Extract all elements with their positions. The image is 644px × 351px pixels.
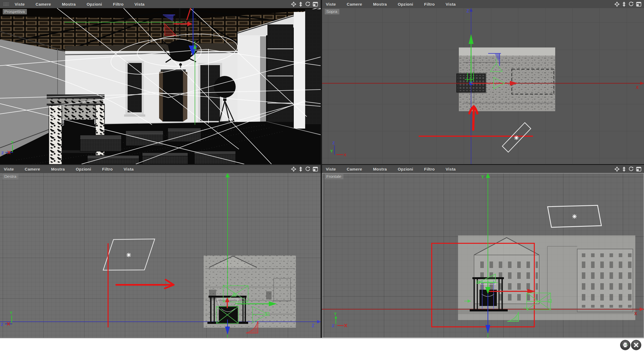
menu-viste[interactable]: Viste — [326, 2, 336, 7]
red-annotation-arrow-up — [469, 106, 477, 130]
scene-prospettiva: Y Z — [0, 8, 321, 164]
svg-text:Z: Z — [332, 323, 334, 328]
rotate-icon[interactable] — [305, 167, 310, 172]
door-back-center — [159, 69, 187, 122]
menu-filtro[interactable]: Filtro — [102, 167, 113, 171]
zoom-icon[interactable] — [622, 167, 626, 172]
close-button[interactable] — [631, 340, 641, 350]
svg-text:Y: Y — [11, 140, 14, 145]
canvas-frontale[interactable]: Frontale — [322, 173, 644, 338]
scene-destra: Z — [0, 173, 321, 338]
menu-filtro[interactable]: Filtro — [424, 167, 435, 171]
menu-mostra[interactable]: Mostra — [373, 2, 387, 7]
red-annotation-arrow-right — [116, 280, 174, 288]
menu-camere[interactable]: Camere — [347, 2, 362, 7]
maximize-icon[interactable] — [636, 2, 641, 7]
pan-icon[interactable] — [291, 167, 296, 172]
rotate-icon[interactable] — [305, 2, 310, 7]
section-image — [204, 256, 296, 328]
maximize-icon[interactable] — [313, 167, 318, 171]
svg-text:Z: Z — [1, 151, 4, 155]
pan-icon[interactable] — [291, 2, 296, 7]
viewport-label-sopra: Sopra — [325, 9, 339, 14]
viewport-sopra: Viste Camere Mostra Opzioni Filtro Vista… — [322, 0, 644, 164]
view-axis-gizmo: Y Z — [332, 311, 347, 328]
panel-grip-icon[interactable] — [3, 2, 9, 6]
print-button[interactable] — [620, 340, 630, 350]
menu-camere[interactable]: Camere — [36, 2, 51, 7]
view-axis-gizmo: Z Y X — [330, 141, 346, 157]
viewport-frontale: Viste Camere Mostra Opzioni Filtro Vista… — [322, 165, 644, 338]
menu-camere[interactable]: Camere — [347, 167, 362, 171]
close-icon — [634, 343, 639, 347]
menu-bar-destra: Viste Camere Mostra Opzioni Filtro Vista — [0, 165, 321, 173]
menu-vista[interactable]: Vista — [446, 2, 456, 7]
svg-text:Y: Y — [10, 310, 12, 315]
window-back-left — [124, 61, 145, 117]
rotate-icon[interactable] — [629, 2, 634, 7]
menu-bar-prospettiva: Viste Camere Mostra Opzioni Filtro Vista — [0, 0, 321, 8]
pan-icon[interactable] — [614, 167, 620, 172]
viewport-prospettiva: Viste Camere Mostra Opzioni Filtro Vista… — [0, 0, 321, 164]
menu-vista[interactable]: Vista — [446, 167, 456, 171]
canvas-prospettiva[interactable]: Prospettiva — [0, 8, 321, 164]
menu-bar-sopra: Viste Camere Mostra Opzioni Filtro Vista — [322, 0, 644, 8]
menu-filtro[interactable]: Filtro — [113, 2, 124, 7]
viewport-splitter-vertical[interactable] — [321, 0, 322, 338]
svg-text:Y: Y — [481, 175, 484, 179]
menu-viste[interactable]: Viste — [4, 167, 14, 171]
zoom-icon[interactable] — [299, 167, 303, 172]
menu-vista[interactable]: Vista — [124, 167, 134, 171]
zoom-icon[interactable] — [299, 2, 303, 7]
viewport-label-destra: Destra — [3, 174, 18, 179]
viewport-splitter-horizontal[interactable] — [0, 164, 644, 165]
menu-opzioni[interactable]: Opzioni — [398, 2, 413, 7]
menu-mostra[interactable]: Mostra — [51, 167, 65, 171]
menu-opzioni[interactable]: Opzioni — [87, 2, 102, 7]
menu-viste[interactable]: Viste — [326, 167, 336, 171]
maximize-icon[interactable] — [313, 2, 318, 7]
canvas-destra[interactable]: Destra — [0, 173, 321, 338]
rotate-icon[interactable] — [629, 167, 634, 172]
viewport-label-frontale: Frontale — [325, 174, 343, 179]
maximize-icon[interactable] — [636, 167, 641, 171]
pan-icon[interactable] — [614, 2, 620, 7]
view-axis-gizmo: Y Z — [1, 310, 12, 327]
svg-text:Y: Y — [330, 149, 333, 153]
viewport-label-prospettiva: Prospettiva — [3, 9, 27, 14]
svg-text:Z: Z — [466, 9, 469, 13]
svg-text:Z: Z — [1, 322, 3, 327]
scene-frontale: Y X — [322, 173, 644, 338]
menu-camere[interactable]: Camere — [25, 167, 40, 171]
application-window: Viste Camere Mostra Opzioni Filtro Vista… — [0, 0, 644, 351]
selected-plane-object[interactable] — [502, 123, 531, 152]
menu-viste[interactable]: Viste — [15, 2, 25, 7]
menu-mostra[interactable]: Mostra — [373, 167, 387, 171]
footer-bar — [0, 338, 644, 351]
canvas-sopra[interactable]: Sopra — [322, 8, 644, 164]
menu-opzioni[interactable]: Opzioni — [76, 167, 91, 171]
viewport-destra: Viste Camere Mostra Opzioni Filtro Vista… — [0, 165, 321, 338]
menu-mostra[interactable]: Mostra — [62, 2, 76, 7]
menu-bar-frontale: Viste Camere Mostra Opzioni Filtro Vista — [322, 165, 644, 173]
menu-vista[interactable]: Vista — [134, 2, 144, 7]
svg-text:X: X — [636, 85, 639, 90]
printer-icon — [622, 342, 628, 348]
svg-text:Z: Z — [312, 323, 314, 328]
svg-text:Y: Y — [334, 311, 337, 316]
zoom-icon[interactable] — [622, 2, 626, 7]
menu-opzioni[interactable]: Opzioni — [398, 167, 413, 171]
selected-plane-object[interactable] — [103, 239, 155, 270]
scene-sopra: Z X — [322, 8, 644, 164]
svg-text:X: X — [634, 311, 637, 316]
svg-text:X: X — [344, 152, 346, 157]
svg-text:Z: Z — [332, 141, 335, 145]
selected-plane-object[interactable] — [548, 205, 601, 227]
menu-filtro[interactable]: Filtro — [424, 2, 435, 7]
